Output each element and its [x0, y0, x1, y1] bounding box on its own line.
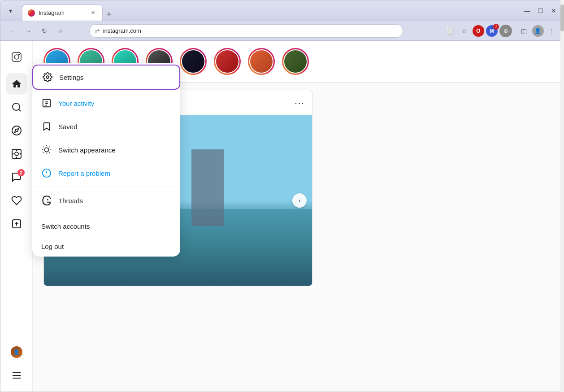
- compass-icon: [11, 125, 22, 136]
- svg-point-12: [19, 153, 21, 155]
- profile-avatar-btn[interactable]: 👤: [532, 25, 544, 37]
- tab-close-btn[interactable]: ✕: [89, 9, 97, 17]
- profile-avatar: 👤: [11, 346, 22, 358]
- menu-separator-1: [32, 187, 180, 187]
- svg-point-21: [44, 148, 48, 152]
- story-image: [215, 49, 239, 74]
- reels-icon: [11, 148, 22, 159]
- menu-item-switch-appearance[interactable]: Switch appearance: [32, 138, 180, 161]
- instagram-sidebar: 2 👤: [0, 41, 33, 392]
- your-activity-label: Your activity: [58, 100, 94, 107]
- story-image: [283, 49, 308, 74]
- more-icon: [11, 370, 22, 381]
- story-ring: [214, 48, 241, 75]
- svg-point-10: [16, 157, 17, 158]
- bookmark-btn[interactable]: ☆: [458, 25, 471, 37]
- story-image: [181, 49, 205, 74]
- svg-marker-6: [14, 129, 18, 132]
- heart-icon: [11, 195, 22, 206]
- close-btn[interactable]: ✕: [547, 4, 560, 17]
- svg-point-8: [15, 152, 18, 156]
- story-ring: [180, 48, 207, 75]
- settings-label: Settings: [59, 74, 83, 81]
- menu-item-log-out[interactable]: Log out: [32, 236, 180, 257]
- browser-tab[interactable]: Instagram ✕: [22, 4, 103, 21]
- tab-title: Instagram: [39, 9, 65, 16]
- scrollbar[interactable]: [560, 41, 564, 392]
- sidebar-item-home[interactable]: [6, 73, 27, 95]
- tab-bar: Instagram ✕ +: [22, 0, 517, 21]
- back-btn[interactable]: ←: [6, 25, 18, 37]
- forward-btn[interactable]: →: [22, 25, 35, 37]
- tab-dropdown-btn[interactable]: ▾: [4, 4, 17, 17]
- browser-menu-btn[interactable]: ⋮: [546, 25, 558, 37]
- settings-icon: [42, 72, 53, 83]
- story-image: [249, 49, 273, 74]
- svg-point-3: [13, 103, 20, 110]
- maximize-btn[interactable]: ☐: [534, 4, 547, 17]
- svg-point-1: [14, 55, 19, 59]
- address-text: instagram.com: [103, 27, 141, 34]
- story-item[interactable]: [214, 48, 241, 75]
- story-item[interactable]: [180, 48, 207, 75]
- svg-line-4: [18, 109, 20, 111]
- svg-point-11: [12, 153, 13, 155]
- post-more-btn[interactable]: ···: [295, 98, 305, 107]
- badge-count: 7: [493, 24, 499, 30]
- sidebar-item-search[interactable]: [6, 96, 27, 118]
- home-icon: [11, 78, 22, 89]
- story-item[interactable]: [282, 48, 309, 75]
- threads-label: Threads: [58, 197, 83, 205]
- menu-item-saved[interactable]: Saved: [32, 115, 180, 138]
- opera-icon[interactable]: O: [473, 25, 484, 37]
- menu-item-threads[interactable]: Threads: [32, 189, 180, 212]
- saved-label: Saved: [58, 123, 78, 131]
- dropdown-menu: Settings Your activity: [32, 63, 180, 257]
- sidebar-item-messages[interactable]: 2: [6, 166, 27, 188]
- menu-section-top: Settings: [32, 63, 180, 91]
- story-ring: [282, 48, 309, 75]
- instagram-logo[interactable]: [6, 46, 27, 68]
- browser-window: ▾ Instagram ✕ + — ☐ ✕ ← → ↻ ⌂ ⇄ instagra…: [0, 0, 564, 392]
- switch-appearance-label: Switch appearance: [58, 146, 116, 154]
- switch-accounts-label: Switch accounts: [41, 222, 90, 230]
- sidebar-item-likes[interactable]: [6, 190, 27, 211]
- minimize-btn[interactable]: —: [521, 4, 533, 17]
- story-item[interactable]: [248, 48, 275, 75]
- instagram-logo-icon: [11, 52, 22, 62]
- browser-content: 2 👤: [0, 41, 564, 392]
- instagram-favicon: [28, 9, 35, 17]
- ssl-icon: ⇄: [95, 28, 100, 34]
- report-icon: [41, 168, 52, 179]
- svg-line-24: [43, 147, 44, 147]
- sidebar-item-create[interactable]: [6, 213, 27, 235]
- search-icon: [11, 102, 22, 113]
- messages-badge: 2: [17, 169, 25, 176]
- browser-toolbar: ← → ↻ ⌂ ⇄ instagram.com ⬜ ☆ O M 7 ⊕ ◫ 👤 …: [0, 21, 564, 41]
- svg-line-28: [43, 152, 44, 153]
- menu-item-switch-accounts[interactable]: Switch accounts: [32, 216, 180, 236]
- sidebar-item-explore[interactable]: [6, 120, 27, 141]
- create-icon: [11, 218, 22, 229]
- address-bar[interactable]: ⇄ instagram.com: [89, 24, 403, 38]
- new-tab-btn[interactable]: +: [103, 8, 115, 21]
- sidebar-item-more[interactable]: [6, 365, 27, 386]
- sidebar-toggle-btn[interactable]: ◫: [518, 25, 530, 37]
- menu-item-report-problem[interactable]: Report a problem: [32, 161, 180, 185]
- story-ring: [248, 48, 275, 75]
- cast-btn[interactable]: ⬜: [444, 25, 456, 37]
- activity-icon: [41, 98, 52, 109]
- window-controls: ▾: [4, 4, 17, 17]
- menu-separator-2: [32, 214, 180, 214]
- menu-item-settings[interactable]: Settings: [32, 65, 180, 90]
- home-btn[interactable]: ⌂: [54, 25, 67, 37]
- sidebar-item-reels[interactable]: [6, 143, 27, 165]
- user-icon[interactable]: ⊕: [499, 25, 512, 37]
- menu-item-your-activity[interactable]: Your activity: [32, 91, 180, 115]
- svg-point-9: [16, 150, 17, 151]
- sidebar-item-profile[interactable]: 👤: [6, 341, 27, 363]
- post-next-btn[interactable]: ›: [292, 193, 307, 208]
- extensions-btn[interactable]: M 7: [486, 25, 498, 37]
- svg-point-2: [18, 54, 20, 55]
- refresh-btn[interactable]: ↻: [38, 25, 51, 37]
